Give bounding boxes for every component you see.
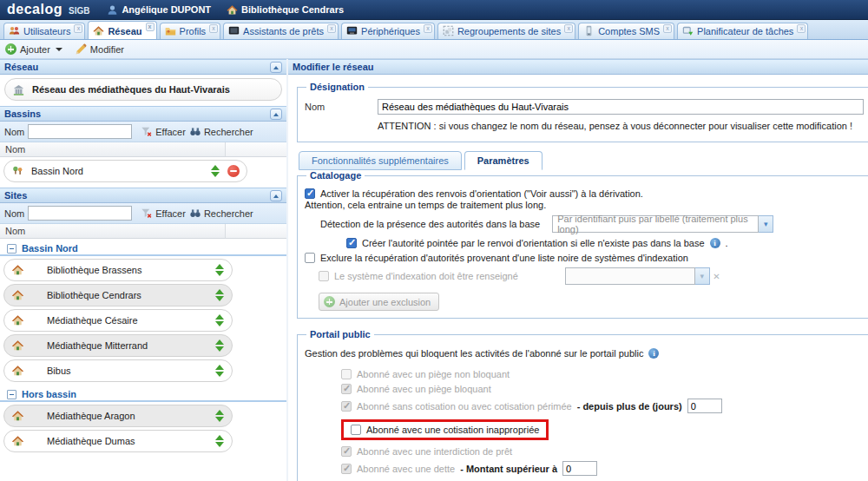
move-row-control[interactable]	[214, 339, 225, 352]
chevron-down-icon[interactable]	[759, 215, 773, 233]
move-row-control[interactable]	[214, 264, 225, 276]
cotisation-perimee-label: Abonné sans cotisation ou avec cotisatio…	[357, 401, 572, 412]
close-tab-icon[interactable]	[663, 24, 672, 33]
collapse-panel-icon[interactable]	[270, 109, 282, 120]
tree-collapse-icon[interactable]	[7, 390, 16, 399]
clear-filter-icon	[141, 208, 153, 219]
creer-autorite-checkbox[interactable]	[346, 238, 357, 248]
site-row[interactable]: Médiathèque Césaire	[3, 309, 233, 332]
close-tab-icon[interactable]	[74, 24, 82, 33]
binoculars-icon	[189, 208, 201, 219]
close-tab-icon[interactable]	[146, 23, 155, 31]
tab-planificateur-de-taches[interactable]: Planificateur de tâches	[677, 23, 808, 39]
move-row-control[interactable]	[214, 410, 225, 422]
column-header-nom[interactable]: Nom	[0, 224, 226, 238]
close-tab-icon[interactable]	[327, 24, 336, 33]
exclure-recuperation-checkbox[interactable]	[305, 253, 315, 263]
move-row-control[interactable]	[214, 289, 225, 301]
site-row[interactable]: Médiathèque Mitterrand	[3, 334, 233, 357]
bassins-grid-header[interactable]: Nom	[0, 142, 286, 157]
clear-selection-icon	[710, 267, 723, 285]
current-user-name: Angélique DUPONT	[122, 4, 211, 15]
settings-tab-bar: Fonctionnalités supplémentaires Paramètr…	[299, 151, 859, 170]
tab-regroupements-de-sites[interactable]: Regroupements de sites	[437, 23, 575, 39]
tab-comptes-sms[interactable]: Comptes SMS	[578, 23, 674, 39]
remove-bassin-icon[interactable]	[227, 165, 240, 177]
tab-label: Assistants de prêts	[243, 26, 324, 36]
search-button[interactable]: Rechercher	[189, 208, 253, 219]
exclure-recuperation-label: Exclure la récupération d'autorités prov…	[320, 253, 688, 263]
move-row-control[interactable]	[214, 365, 225, 377]
activer-recuperation-checkbox[interactable]	[305, 188, 315, 199]
add-exclusion-button: Ajouter une exclusion	[319, 293, 439, 311]
tab-assistants-de-prets[interactable]: Assistants de prêts	[223, 23, 339, 39]
network-item[interactable]: Réseau des médiathèques du Haut-Vivarais	[4, 78, 282, 101]
info-icon	[648, 348, 659, 359]
site-home-icon	[11, 339, 24, 352]
tree-collapse-icon[interactable]	[7, 244, 16, 254]
action-toolbar: Ajouter Modifier	[0, 40, 868, 59]
network-name-input[interactable]	[378, 99, 864, 115]
tab-parametres[interactable]: Paramètres	[464, 151, 542, 170]
tab-label: Réseau	[108, 26, 141, 36]
move-row-control[interactable]	[210, 165, 220, 177]
clear-search-button[interactable]: Effacer	[141, 208, 186, 219]
group-hors-bassin[interactable]: Hors bassin	[0, 385, 286, 402]
close-tab-icon[interactable]	[424, 24, 432, 33]
site-home-icon	[11, 264, 24, 276]
site-row[interactable]: Médiathèque Dumas	[3, 430, 233, 452]
cotisation-inappropriee-label: Abonné avec une cotisation inappropriée	[366, 425, 539, 435]
add-button[interactable]: Ajouter	[5, 43, 62, 55]
bassins-search-input[interactable]	[28, 124, 132, 139]
modify-button[interactable]: Modifier	[75, 43, 124, 56]
current-site[interactable]: Bibliothèque Cendrars	[227, 4, 344, 16]
recuperation-note: Attention, cela entraine un temps de tra…	[305, 200, 862, 210]
montant-input[interactable]	[562, 461, 597, 476]
group-selection-icon	[443, 25, 454, 36]
sites-search-row: Nom Effacer Rechercher	[0, 203, 286, 224]
tab-profils[interactable]: Profils	[160, 23, 221, 39]
move-row-control[interactable]	[214, 314, 225, 326]
site-row-label: Bibliothèque Cendrars	[47, 290, 207, 300]
systeme-indexation-value	[565, 267, 695, 285]
rename-warning-text: ATTENTION : si vous changez le nom du ré…	[378, 121, 864, 131]
site-row[interactable]: Bibliothèque Cendrars	[3, 284, 233, 306]
modify-button-label: Modifier	[90, 44, 124, 55]
bassin-row[interactable]: Bassin Nord	[3, 160, 247, 182]
tab-fonctionnalites-supplementaires[interactable]: Fonctionnalités supplémentaires	[299, 151, 462, 170]
interdiction-pret-label: Abonné avec une interdiction de prêt	[357, 446, 512, 457]
jours-input[interactable]	[687, 399, 722, 413]
creer-autorite-label: Créer l'autorité pointée par le renvoi d…	[362, 238, 705, 248]
collapse-panel-icon[interactable]	[270, 62, 282, 73]
site-home-icon	[11, 365, 24, 377]
top-app-bar: decalog SIGB Angélique DUPONT Bibliothèq…	[0, 0, 868, 20]
site-home-icon	[11, 410, 24, 422]
tab-reseau[interactable]: Réseau	[88, 21, 156, 39]
move-row-control[interactable]	[214, 435, 225, 447]
group-bassin-nord[interactable]: Bassin Nord	[0, 239, 286, 256]
clear-search-button[interactable]: Effacer	[141, 126, 186, 137]
bassins-search-row: Nom Effacer Rechercher	[0, 122, 286, 142]
creer-autorite-suffix: .	[726, 238, 728, 248]
close-tab-icon[interactable]	[209, 24, 218, 33]
current-user[interactable]: Angélique DUPONT	[107, 4, 211, 16]
column-header-nom[interactable]: Nom	[0, 142, 226, 156]
sites-search-input[interactable]	[28, 206, 132, 221]
close-tab-icon[interactable]	[797, 24, 806, 33]
sites-grid-header[interactable]: Nom	[0, 224, 286, 239]
collapse-panel-icon[interactable]	[270, 190, 282, 201]
tab-utilisateurs[interactable]: Utilisateurs	[3, 23, 85, 39]
cotisation-inappropriee-checkbox[interactable]	[351, 425, 361, 435]
site-row[interactable]: Médiathèque Aragon	[3, 405, 233, 427]
search-button[interactable]: Rechercher	[189, 126, 253, 137]
close-tab-icon[interactable]	[564, 24, 573, 33]
activer-recuperation-label: Activer la récupération des renvois d'or…	[320, 188, 643, 199]
network-panel-header: Réseau	[0, 59, 286, 75]
tab-peripheriques[interactable]: Périphériques	[341, 23, 435, 39]
systeme-indexation-label: Le système d'indexation doit être rensei…	[334, 271, 518, 281]
site-home-icon	[11, 435, 24, 447]
detection-select[interactable]: Par identifiant puis par libellé (traite…	[552, 215, 773, 233]
site-row[interactable]: Bibus	[3, 359, 233, 382]
site-row[interactable]: Bibliothèque Brassens	[3, 259, 233, 281]
clear-search-label: Effacer	[155, 127, 186, 137]
